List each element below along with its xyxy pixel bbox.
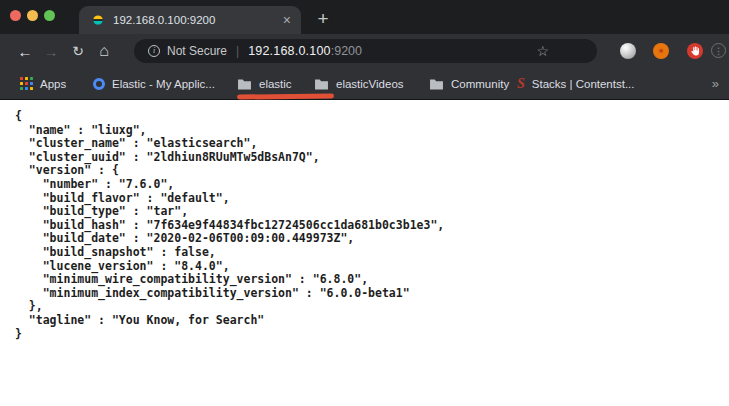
folder-icon [237,78,252,90]
json-line: "name" : "liuxg", [15,124,729,138]
apps-grid-icon [20,77,33,90]
json-line: "minimum_wire_compatibility_version" : "… [15,273,729,287]
json-body: { "name" : "liuxg", "cluster_name" : "el… [15,110,729,341]
back-button[interactable]: ← [13,34,37,68]
info-icon[interactable]: i [148,45,160,57]
folder-icon [429,78,444,90]
bookmark-label: elastic [259,78,292,90]
hand-icon [691,46,700,56]
json-line: "cluster_uuid" : "2ldhiun8RUuMTw5dBsAn7Q… [15,151,729,165]
tab-strip: 192.168.0.100:9200 × + [0,0,729,34]
browser-window: 192.168.0.100:9200 × + ← → ↻ ⌂ i Not Sec… [0,0,729,406]
bookmarks-overflow-chevron[interactable]: » [712,68,719,99]
stacks-icon: S [517,77,525,91]
json-line: "minimum_index_compatibility_version" : … [15,287,729,301]
elasticsearch-favicon-icon [91,13,105,27]
json-line: "lucene_version" : "8.4.0", [15,260,729,274]
browser-tab[interactable]: 192.168.0.100:9200 × [79,6,301,34]
window-minimize-button[interactable] [27,10,38,21]
page-content: { "name" : "liuxg", "cluster_name" : "el… [0,101,729,406]
url-host-text: 192.168.0.100 [248,44,331,58]
tab-title: 192.168.0.100:9200 [113,14,283,26]
tab-close-icon[interactable]: × [283,13,291,27]
apps-shortcut[interactable]: Apps [20,68,66,99]
bookmark-label: Elastic - My Applic... [112,78,215,90]
json-line: "number" : "7.6.0", [15,178,729,192]
json-line: { [15,110,729,124]
bookmark-label: Community [451,78,509,90]
forward-button[interactable]: → [39,34,63,68]
address-bar[interactable]: i Not Secure | 192.168.0.100 :9200 ☆ [134,39,597,63]
bookmarks-bar: Apps Elastic - My Applic... elastic elas… [0,68,729,100]
bookmark-star-icon[interactable]: ☆ [536,43,549,59]
reload-button[interactable]: ↻ [66,34,90,68]
bookmark-elastic-my-application[interactable]: Elastic - My Applic... [93,68,215,99]
orange-extension-icon[interactable]: ✶ [653,43,669,59]
browser-toolbar: ← → ↻ ⌂ i Not Secure | 192.168.0.100 :92… [0,34,729,68]
json-line: "build_hash" : "7f634e9f44834fbc12724506… [15,219,729,233]
bookmark-folder-community[interactable]: Community [429,68,509,99]
json-line: "build_date" : "2020-02-06T00:09:00.4499… [15,232,729,246]
json-line: "version" : { [15,164,729,178]
browser-menu-icon[interactable]: ⋮ [711,43,726,58]
new-tab-button[interactable]: + [310,6,336,32]
window-zoom-button[interactable] [44,10,55,21]
sphere-extension-icon[interactable] [620,43,636,59]
bookmark-label: Stacks | Contentst... [532,78,635,90]
json-line: "build_type" : "tar", [15,205,729,219]
json-line: "cluster_name" : "elasticsearch", [15,137,729,151]
window-close-button[interactable] [10,10,21,21]
home-button[interactable]: ⌂ [92,34,116,68]
omnibox-separator: | [236,44,239,58]
url-port-text: :9200 [331,44,362,58]
json-line: }, [15,300,729,314]
bookmark-stacks[interactable]: S Stacks | Contentst... [517,68,635,99]
apps-label: Apps [40,78,66,90]
json-line: } [15,328,729,342]
json-line: "build_snapshot" : false, [15,246,729,260]
folder-icon [314,78,329,90]
adblock-hand-extension-icon[interactable] [687,43,703,59]
blue-ring-icon [93,78,105,90]
bookmark-label: elasticVideos [336,78,404,90]
json-line: "build_flavor" : "default", [15,192,729,206]
json-line: "tagline" : "You Know, for Search" [15,314,729,328]
not-secure-label: Not Secure [167,44,227,58]
